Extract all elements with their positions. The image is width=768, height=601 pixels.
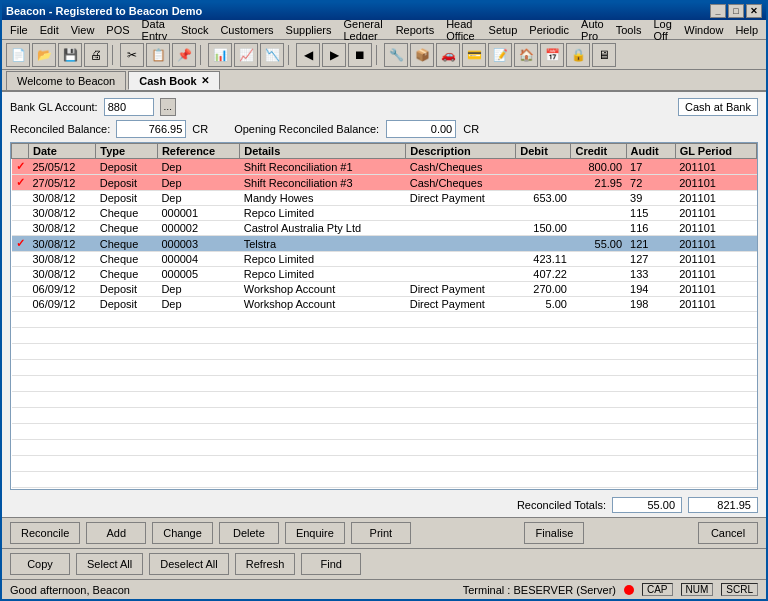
deselect-all-button[interactable]: Deselect All: [149, 553, 228, 575]
toolbar-calendar[interactable]: 📅: [540, 43, 564, 67]
reconcile-button[interactable]: Reconcile: [10, 522, 80, 544]
menu-suppliers[interactable]: Suppliers: [280, 22, 338, 38]
copy-button[interactable]: Copy: [10, 553, 70, 575]
row-credit: [571, 297, 626, 312]
table-row[interactable]: 30/08/12Cheque000005Repco Limited407.221…: [12, 267, 757, 282]
menu-setup[interactable]: Setup: [483, 22, 524, 38]
row-details: Mandy Howes: [240, 191, 406, 206]
row-check: ✓: [12, 175, 29, 191]
menu-pos[interactable]: POS: [100, 22, 135, 38]
toolbar-chart1[interactable]: 📊: [208, 43, 232, 67]
toolbar-stop[interactable]: ⏹: [348, 43, 372, 67]
toolbar-computer[interactable]: 🖥: [592, 43, 616, 67]
col-description: Description: [406, 144, 516, 159]
row-gl: 201101: [675, 267, 756, 282]
toolbar-card[interactable]: 💳: [462, 43, 486, 67]
toolbar-lock[interactable]: 🔒: [566, 43, 590, 67]
col-type: Type: [96, 144, 158, 159]
row-type: Cheque: [96, 236, 158, 252]
table-row[interactable]: 30/08/12Cheque000004Repco Limited423.111…: [12, 252, 757, 267]
menu-edit[interactable]: Edit: [34, 22, 65, 38]
menu-file[interactable]: File: [4, 22, 34, 38]
reconciled-balance-input[interactable]: [116, 120, 186, 138]
change-button[interactable]: Change: [152, 522, 213, 544]
add-button[interactable]: Add: [86, 522, 146, 544]
row-check: [12, 267, 29, 282]
table-row[interactable]: 30/08/12DepositDepMandy HowesDirect Paym…: [12, 191, 757, 206]
toolbar-sep3: [288, 45, 292, 65]
menu-periodic[interactable]: Periodic: [523, 22, 575, 38]
table-row[interactable]: 06/09/12DepositDepWorkshop AccountDirect…: [12, 282, 757, 297]
row-debit: [516, 175, 571, 191]
row-debit: 423.11: [516, 252, 571, 267]
find-button[interactable]: Find: [301, 553, 361, 575]
refresh-button[interactable]: Refresh: [235, 553, 296, 575]
toolbar-settings[interactable]: 🔧: [384, 43, 408, 67]
toolbar-forward[interactable]: ▶: [322, 43, 346, 67]
tab-cashbook-close[interactable]: ✕: [201, 75, 209, 86]
row-audit: 39: [626, 191, 675, 206]
delete-button[interactable]: Delete: [219, 522, 279, 544]
row-audit: 17: [626, 159, 675, 175]
menu-reports[interactable]: Reports: [390, 22, 441, 38]
row-gl: 201101: [675, 221, 756, 236]
enquire-button[interactable]: Enquire: [285, 522, 345, 544]
tab-bar: Welcome to Beacon Cash Book ✕: [2, 70, 766, 92]
menu-window[interactable]: Window: [678, 22, 729, 38]
cr-label-1: CR: [192, 123, 208, 135]
status-terminal: Terminal : BESERVER (Server): [463, 584, 616, 596]
toolbar-save[interactable]: 💾: [58, 43, 82, 67]
bank-gl-input[interactable]: [104, 98, 154, 116]
toolbar-paste[interactable]: 📌: [172, 43, 196, 67]
minimize-btn[interactable]: _: [710, 4, 726, 18]
cancel-button[interactable]: Cancel: [698, 522, 758, 544]
table-row[interactable]: 06/09/12DepositDepWorkshop AccountDirect…: [12, 297, 757, 312]
toolbar-open[interactable]: 📂: [32, 43, 56, 67]
toolbar-print[interactable]: 🖨: [84, 43, 108, 67]
reconciled-totals-credit: 821.95: [688, 497, 758, 513]
row-desc: [406, 267, 516, 282]
toolbar-package[interactable]: 📦: [410, 43, 434, 67]
toolbar-chart2[interactable]: 📈: [234, 43, 258, 67]
menu-tools[interactable]: Tools: [610, 22, 648, 38]
close-btn[interactable]: ✕: [746, 4, 762, 18]
row-ref: Dep: [157, 282, 239, 297]
menu-view[interactable]: View: [65, 22, 101, 38]
row-credit: [571, 191, 626, 206]
bank-gl-browse[interactable]: …: [160, 98, 176, 116]
col-check: [12, 144, 29, 159]
menu-customers[interactable]: Customers: [214, 22, 279, 38]
cash-at-bank-display: Cash at Bank: [678, 98, 758, 116]
select-all-button[interactable]: Select All: [76, 553, 143, 575]
tab-cashbook[interactable]: Cash Book ✕: [128, 71, 219, 90]
opening-balance-input[interactable]: [386, 120, 456, 138]
toolbar-chart3[interactable]: 📉: [260, 43, 284, 67]
table-row[interactable]: ✓27/05/12DepositDepShift Reconciliation …: [12, 175, 757, 191]
tab-cashbook-label: Cash Book: [139, 75, 196, 87]
row-details: Workshop Account: [240, 282, 406, 297]
toolbar-car[interactable]: 🚗: [436, 43, 460, 67]
row-ref: 000002: [157, 221, 239, 236]
print-button[interactable]: Print: [351, 522, 411, 544]
table-row[interactable]: ✓25/05/12DepositDepShift Reconciliation …: [12, 159, 757, 175]
toolbar-copy[interactable]: 📋: [146, 43, 170, 67]
toolbar-back[interactable]: ◀: [296, 43, 320, 67]
menu-stock[interactable]: Stock: [175, 22, 215, 38]
row-type: Cheque: [96, 267, 158, 282]
row-desc: Direct Payment: [406, 297, 516, 312]
table-row[interactable]: ✓30/08/12Cheque000003Telstra55.001212011…: [12, 236, 757, 252]
toolbar-note[interactable]: 📝: [488, 43, 512, 67]
tab-welcome[interactable]: Welcome to Beacon: [6, 71, 126, 90]
finalise-button[interactable]: Finalise: [524, 522, 584, 544]
row-debit: 270.00: [516, 282, 571, 297]
table-row[interactable]: 30/08/12Cheque000002Castrol Australia Pt…: [12, 221, 757, 236]
toolbar-home[interactable]: 🏠: [514, 43, 538, 67]
row-type: Cheque: [96, 206, 158, 221]
menu-help[interactable]: Help: [729, 22, 764, 38]
row-type: Cheque: [96, 221, 158, 236]
toolbar-new[interactable]: 📄: [6, 43, 30, 67]
toolbar-cut[interactable]: ✂: [120, 43, 144, 67]
table-row[interactable]: 30/08/12Cheque000001Repco Limited1152011…: [12, 206, 757, 221]
row-debit: 653.00: [516, 191, 571, 206]
maximize-btn[interactable]: □: [728, 4, 744, 18]
